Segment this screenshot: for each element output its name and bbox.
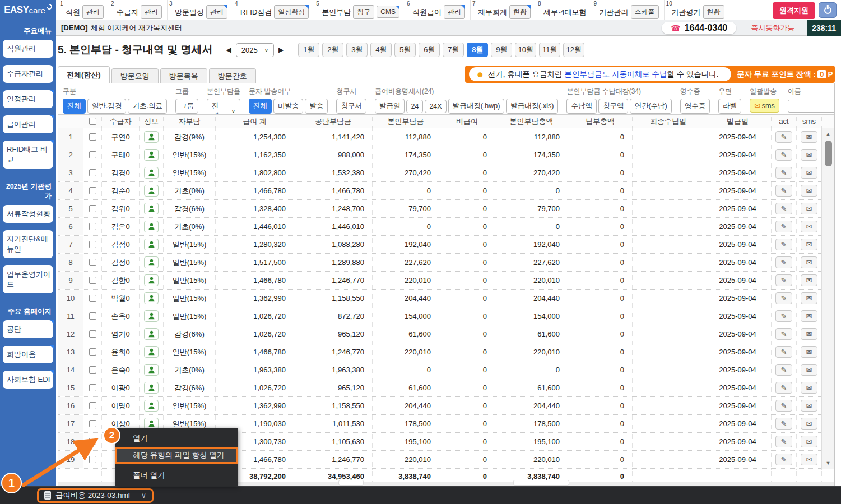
- filter-button[interactable]: 영수증: [680, 99, 710, 114]
- sidebar-item[interactable]: 수급자관리: [3, 65, 53, 83]
- sms-button[interactable]: ✉: [801, 185, 817, 197]
- sms-button[interactable]: ✉: [801, 400, 817, 412]
- filter-button[interactable]: 일반.감경: [87, 99, 126, 114]
- row-checkbox[interactable]: [89, 384, 96, 391]
- month-button[interactable]: 10월: [515, 43, 536, 57]
- scroll-up-arrow[interactable]: ▲: [822, 128, 834, 139]
- sms-button[interactable]: ✉: [801, 292, 817, 304]
- top-menu-button[interactable]: 스케줄: [631, 5, 659, 19]
- easycare-logo[interactable]: EASYcare: [0, 0, 56, 20]
- filter-button[interactable]: 전체: [249, 99, 272, 114]
- top-menu-button[interactable]: 관리: [141, 5, 162, 19]
- sms-button[interactable]: ✉: [801, 167, 817, 179]
- sidebar-item[interactable]: 일정관리: [3, 90, 53, 108]
- edit-button[interactable]: ✎: [775, 149, 792, 161]
- filter-button[interactable]: 청구서: [336, 99, 366, 114]
- sms-button[interactable]: ✉: [801, 256, 817, 268]
- tab[interactable]: 전체(합산): [58, 66, 110, 83]
- recipient-info-button[interactable]: [144, 292, 159, 304]
- filter-button[interactable]: 연간(수납): [630, 99, 671, 114]
- top-menu-item-4[interactable]: 4RFID점검일정확정: [233, 0, 314, 20]
- edit-button[interactable]: ✎: [775, 382, 792, 394]
- month-button[interactable]: 5월: [394, 43, 416, 57]
- row-checkbox[interactable]: [89, 223, 96, 230]
- sidebar-item[interactable]: 희망이음: [3, 346, 53, 363]
- edit-button[interactable]: ✎: [775, 454, 792, 465]
- name-search-input[interactable]: [788, 100, 835, 113]
- sms-button[interactable]: ✉: [801, 203, 817, 214]
- scrollbar-thumb[interactable]: [825, 141, 832, 166]
- recipient-info-button[interactable]: [144, 256, 159, 268]
- row-checkbox[interactable]: [89, 205, 96, 212]
- recipient-info-button[interactable]: [144, 167, 159, 179]
- filter-button[interactable]: 24: [406, 100, 423, 113]
- sidebar-item[interactable]: 업무운영가이드: [3, 265, 53, 293]
- recipient-info-button[interactable]: [144, 310, 159, 322]
- filter-button[interactable]: ✉sms: [750, 99, 779, 113]
- top-menu-button[interactable]: CMS: [377, 6, 399, 18]
- edit-button[interactable]: ✎: [775, 436, 792, 447]
- sms-button[interactable]: ✉: [801, 418, 817, 430]
- month-button[interactable]: 1월: [298, 43, 319, 57]
- context-menu-item[interactable]: 열기: [115, 431, 238, 446]
- context-menu-item[interactable]: 폴더 열기: [115, 468, 238, 483]
- year-select[interactable]: 2025 ∨: [236, 43, 274, 57]
- sidebar-item[interactable]: 사회보험 EDI: [3, 371, 53, 389]
- recipient-info-button[interactable]: [144, 328, 159, 340]
- logout-power-button[interactable]: [819, 2, 837, 18]
- month-button[interactable]: 7월: [443, 43, 464, 57]
- month-button[interactable]: 4월: [370, 43, 392, 57]
- month-button[interactable]: 3월: [346, 43, 368, 57]
- tab[interactable]: 방문목욕: [160, 68, 207, 83]
- top-menu-label[interactable]: 직원급여: [412, 3, 442, 17]
- downloaded-file-chip[interactable]: 급여비용 2023-03.hml ∨: [37, 488, 154, 503]
- sidebar-item[interactable]: 공단: [3, 320, 53, 338]
- edit-button[interactable]: ✎: [775, 203, 792, 214]
- top-menu-label[interactable]: 수급자: [117, 3, 138, 17]
- top-menu-item-8[interactable]: 8세무·4대보험: [536, 0, 592, 20]
- top-menu-item-6[interactable]: 6직원급여관리: [405, 0, 470, 20]
- filter-button[interactable]: 발송: [305, 99, 328, 114]
- recipient-info-button[interactable]: [144, 364, 159, 376]
- filter-button[interactable]: 미발송: [273, 99, 304, 114]
- recipient-info-button[interactable]: [144, 382, 159, 394]
- filter-button[interactable]: 수납액: [566, 99, 597, 114]
- edit-button[interactable]: ✎: [775, 274, 792, 286]
- month-button[interactable]: 9월: [491, 43, 512, 57]
- edit-button[interactable]: ✎: [775, 256, 792, 268]
- vertical-scrollbar[interactable]: ▲ ▼: [821, 128, 834, 469]
- recipient-info-button[interactable]: [144, 203, 159, 214]
- recipient-info-button[interactable]: [144, 400, 159, 412]
- top-menu-item-9[interactable]: 9기관관리스케줄: [592, 0, 664, 20]
- edit-button[interactable]: ✎: [775, 400, 792, 412]
- recipient-info-button[interactable]: [144, 221, 159, 232]
- top-menu-label[interactable]: 방문일정: [175, 3, 204, 17]
- filter-button[interactable]: 청구액: [598, 99, 629, 114]
- row-checkbox[interactable]: [89, 420, 96, 427]
- sidebar-item[interactable]: 직원관리: [3, 40, 53, 58]
- sms-button[interactable]: ✉: [801, 346, 817, 358]
- edit-button[interactable]: ✎: [775, 185, 792, 197]
- top-menu-label[interactable]: 기관관리: [600, 3, 629, 17]
- top-menu-label[interactable]: 본인부담: [322, 3, 351, 17]
- month-button[interactable]: 12월: [563, 43, 584, 57]
- sms-button[interactable]: ✉: [801, 149, 817, 161]
- top-menu-button[interactable]: 일정확정: [274, 5, 309, 19]
- top-menu-button[interactable]: 현황: [509, 5, 531, 19]
- month-button[interactable]: 8월: [467, 43, 488, 57]
- filter-button[interactable]: 발급대장(.hwp): [448, 99, 505, 114]
- sms-button[interactable]: ✉: [801, 436, 817, 447]
- top-menu-item-7[interactable]: 7재무회계현황: [470, 0, 536, 20]
- sidebar-item[interactable]: 서류작성현황: [3, 205, 53, 223]
- sidebar-item[interactable]: 급여관리: [3, 115, 53, 133]
- row-checkbox[interactable]: [89, 456, 96, 463]
- chevron-down-icon[interactable]: ∨: [141, 491, 147, 500]
- row-checkbox[interactable]: [89, 259, 96, 266]
- edit-button[interactable]: ✎: [775, 346, 792, 358]
- tab[interactable]: 방문요양: [111, 68, 159, 83]
- sms-button[interactable]: ✉: [801, 239, 817, 250]
- top-menu-button[interactable]: 관리: [82, 5, 104, 19]
- row-checkbox[interactable]: [89, 295, 96, 302]
- phone-pill[interactable]: ☎ 1644-0340: [662, 22, 736, 34]
- promo-message[interactable]: ☻ 전기, 휴대폰 요금처럼 본인부담금도 자동이체로 수납할 수 있습니다.: [469, 67, 731, 81]
